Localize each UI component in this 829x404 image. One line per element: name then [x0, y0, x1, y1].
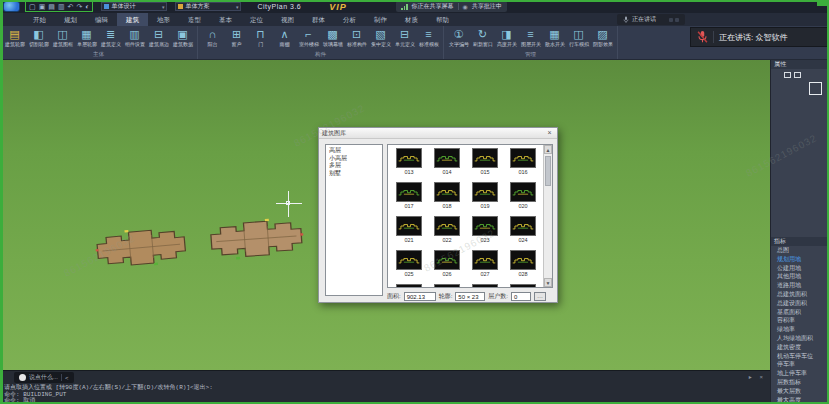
- indicator-item[interactable]: 地上停车率: [771, 369, 829, 378]
- ribbon-tab[interactable]: 视图: [272, 13, 303, 26]
- collapse-chat-icon[interactable]: <: [65, 375, 69, 381]
- ribbon-button[interactable]: ◨ 高度开关: [495, 27, 518, 48]
- console-corner-icons[interactable]: ▸ ×: [749, 373, 766, 380]
- building-thumbnail[interactable]: 026: [428, 250, 466, 284]
- indicator-item[interactable]: 建筑密度: [771, 343, 829, 352]
- ribbon-button[interactable]: ≡ 图层开关: [519, 27, 542, 48]
- category-item[interactable]: 别墅: [326, 170, 382, 178]
- selection-box-icon[interactable]: [809, 82, 822, 95]
- layer-combo[interactable]: 单体设计 ▾: [101, 2, 167, 11]
- area-field[interactable]: 902.13: [404, 292, 436, 301]
- indicator-item[interactable]: 总图: [771, 246, 829, 255]
- ribbon-tab[interactable]: 群体: [303, 13, 334, 26]
- ribbon-button[interactable]: ⊡ 标准构件: [345, 27, 368, 48]
- indicator-item[interactable]: 绿地率: [771, 325, 829, 334]
- app-logo-icon[interactable]: [3, 1, 20, 12]
- ribbon-button[interactable]: ▦ 散水开关: [543, 27, 566, 48]
- ribbon-button[interactable]: ▦ 单层轮廓: [75, 27, 98, 48]
- indicator-item[interactable]: 其他用地: [771, 272, 829, 281]
- ribbon-button[interactable]: ▥ 组件设置: [123, 27, 146, 48]
- building-thumbnail[interactable]: 031: [466, 284, 504, 288]
- ribbon-tab[interactable]: 编辑: [86, 13, 117, 26]
- ribbon-button[interactable]: ⊞ 窗户: [225, 27, 248, 48]
- meeting-chat-tab[interactable]: 说点什么... <: [14, 372, 74, 383]
- building-thumbnail[interactable]: 017: [390, 182, 428, 216]
- ribbon-button[interactable]: ↻ 刷新窗口: [471, 27, 494, 48]
- ribbon-tab[interactable]: 制作: [365, 13, 396, 26]
- indicator-item[interactable]: 道路用地: [771, 281, 829, 290]
- ribbon-button[interactable]: ⊟ 单元定义: [393, 27, 416, 48]
- ribbon-button[interactable]: ∩ 阳台: [201, 27, 224, 48]
- category-item[interactable]: 小高层: [326, 155, 382, 163]
- new-file-icon[interactable]: ▢: [29, 2, 36, 11]
- ribbon-tab[interactable]: 造型: [179, 13, 210, 26]
- undo-icon[interactable]: ↶: [68, 2, 74, 11]
- indicator-item[interactable]: 人均绿地面积: [771, 334, 829, 343]
- category-item[interactable]: 高层: [326, 147, 382, 155]
- ribbon-button[interactable]: ▧ 集中定义: [369, 27, 392, 48]
- indicator-item[interactable]: 机动车停车位: [771, 352, 829, 361]
- indicator-item[interactable]: 基底面积: [771, 308, 829, 317]
- scroll-up-icon[interactable]: ▲: [544, 145, 552, 154]
- ribbon-tab[interactable]: 地形: [148, 13, 179, 26]
- ribbon-tab[interactable]: 分析: [334, 13, 365, 26]
- ribbon-button[interactable]: ◧ 切割轮廓: [27, 27, 50, 48]
- ribbon-tab[interactable]: 建筑: [117, 13, 148, 26]
- building-thumbnail[interactable]: 014: [428, 148, 466, 182]
- indicator-item[interactable]: 最大层数: [771, 387, 829, 396]
- building-thumbnail[interactable]: 015: [466, 148, 504, 182]
- close-icon[interactable]: ×: [545, 129, 554, 137]
- scene-combo[interactable]: 单体方案 ▾: [175, 2, 241, 11]
- size-field[interactable]: 50 × 23: [455, 292, 485, 301]
- dialog-title-bar[interactable]: 建筑图库 ×: [319, 128, 557, 139]
- grid-scrollbar[interactable]: ▲ ▼: [543, 145, 552, 287]
- building-thumbnail[interactable]: 024: [504, 216, 542, 250]
- building-thumbnail[interactable]: 030: [428, 284, 466, 288]
- building-thumbnail[interactable]: 013: [390, 148, 428, 182]
- ribbon-button[interactable]: ∧ 雨棚: [273, 27, 296, 48]
- ribbon-tab[interactable]: 规划: [55, 13, 86, 26]
- scrollbar-thumb[interactable]: [545, 156, 551, 186]
- mic-muted-icon[interactable]: [697, 30, 708, 44]
- indicator-item[interactable]: 总建设面积: [771, 299, 829, 308]
- ribbon-tab[interactable]: 定位: [241, 13, 272, 26]
- list-view-icon[interactable]: [794, 72, 801, 78]
- ribbon-button[interactable]: ▣ 建筑数据: [171, 27, 194, 48]
- ribbon-tab[interactable]: 开始: [24, 13, 55, 26]
- ribbon-tab[interactable]: 材质: [396, 13, 427, 26]
- ribbon-button[interactable]: ▩ 玻璃幕墙: [321, 27, 344, 48]
- ribbon-button[interactable]: ≣ 建筑定义: [99, 27, 122, 48]
- building-thumbnail[interactable]: 029: [390, 284, 428, 288]
- redo-icon[interactable]: ↷: [76, 2, 82, 11]
- building-thumbnail[interactable]: 022: [428, 216, 466, 250]
- browse-button[interactable]: …: [534, 292, 546, 301]
- ribbon-button[interactable]: ① 文字编号: [447, 27, 470, 48]
- building-thumbnail[interactable]: 019: [466, 182, 504, 216]
- indicator-item[interactable]: 总建筑面积: [771, 290, 829, 299]
- building-thumbnail[interactable]: 025: [390, 250, 428, 284]
- category-item[interactable]: 多层: [326, 162, 382, 170]
- indicator-item[interactable]: 层数指标: [771, 378, 829, 387]
- ribbon-button[interactable]: ▤ 建筑轮廓: [3, 27, 26, 48]
- ribbon-button[interactable]: ⊟ 建筑底边: [147, 27, 170, 48]
- building-thumbnail[interactable]: 016: [504, 148, 542, 182]
- building-thumbnail[interactable]: 027: [466, 250, 504, 284]
- ribbon-button[interactable]: ◫ 行车模拟: [567, 27, 590, 48]
- scroll-down-icon[interactable]: ▼: [544, 278, 552, 287]
- ribbon-button[interactable]: ▨ 阴影效果: [591, 27, 614, 48]
- grid-view-icon[interactable]: [784, 72, 791, 78]
- indicator-item[interactable]: 最大高度: [771, 396, 829, 404]
- indicator-item[interactable]: 规划用地: [771, 255, 829, 264]
- command-history[interactable]: 请点取插入位置或 [转90度(A)/左右翻(S)/上下翻(D)/改转角(R)]<…: [4, 385, 766, 404]
- save-all-icon[interactable]: ▥: [58, 2, 65, 11]
- indicator-item[interactable]: 容积率: [771, 316, 829, 325]
- building-thumbnail[interactable]: 018: [428, 182, 466, 216]
- building-thumbnail[interactable]: 023: [466, 216, 504, 250]
- open-file-icon[interactable]: ▣: [39, 2, 46, 11]
- ribbon-button[interactable]: ◫ 建筑图框: [51, 27, 74, 48]
- units-field[interactable]: 0: [511, 292, 531, 301]
- reaction-icons[interactable]: [669, 18, 679, 22]
- building-thumbnail[interactable]: 021: [390, 216, 428, 250]
- building-thumbnail[interactable]: 020: [504, 182, 542, 216]
- ribbon-button[interactable]: ⊓ 门: [249, 27, 272, 48]
